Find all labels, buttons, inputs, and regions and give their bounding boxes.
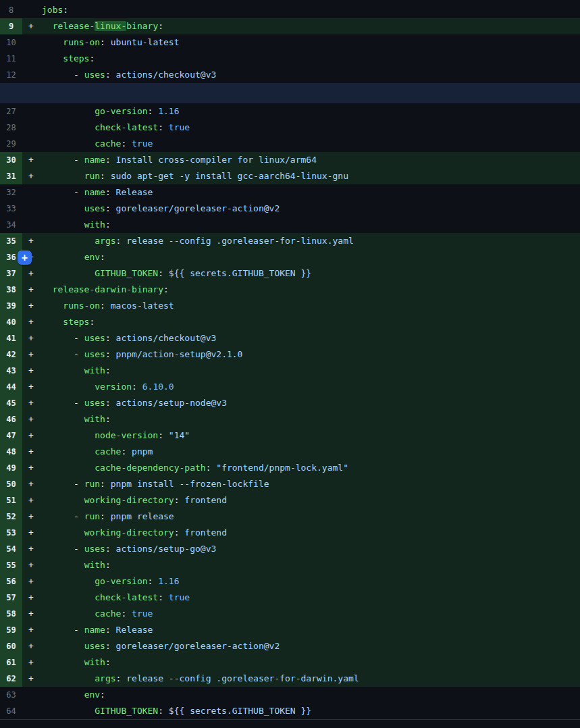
code-line: - run: pnpm install --frozen-lockfile	[42, 476, 269, 492]
line-number[interactable]: 49	[0, 460, 22, 476]
line-number[interactable]: 59	[0, 622, 22, 638]
line-number[interactable]: 41	[0, 330, 22, 346]
line-number[interactable]: 31	[0, 168, 22, 184]
line-number[interactable]: 57	[0, 590, 22, 606]
diff-row: 11 steps:	[0, 51, 580, 67]
line-number[interactable]: 39	[0, 298, 22, 314]
added-line-marker: +	[22, 346, 42, 363]
line-number[interactable]: 10	[0, 34, 22, 51]
add-comment-button[interactable]: +	[18, 251, 32, 265]
code-token: :	[105, 641, 111, 651]
code-token	[42, 171, 84, 181]
added-line-marker: +	[22, 18, 42, 34]
diff-row: 57+ check-latest: true	[0, 590, 580, 606]
line-number[interactable]: 43	[0, 363, 22, 379]
line-number[interactable]: 46	[0, 411, 22, 427]
code-token: node-version	[95, 430, 158, 440]
code-token: :	[174, 527, 180, 538]
code-token: name	[84, 155, 105, 165]
diff-row: 44+ version: 6.10.0	[0, 379, 580, 395]
line-number[interactable]: 48	[0, 444, 22, 460]
code-token: Install cross-compiler for linux/arm64	[111, 155, 317, 165]
line-number[interactable]: 53	[0, 525, 22, 541]
line-number[interactable]: 9	[0, 18, 22, 34]
line-number[interactable]: 42	[0, 346, 22, 363]
line-number[interactable]: 32	[0, 184, 22, 201]
diff-row: 43+ with:	[0, 363, 580, 379]
line-number[interactable]: 37	[0, 265, 22, 282]
added-line-marker: +	[22, 444, 42, 460]
expand-hunk-bar[interactable]	[0, 83, 580, 103]
code-token: :	[158, 592, 163, 602]
code-line: - run: pnpm release	[42, 509, 174, 525]
code-token	[42, 673, 95, 683]
diff-row: 32 - name: Release	[0, 184, 580, 201]
line-number[interactable]: 8	[0, 2, 22, 18]
code-token: :	[89, 317, 95, 327]
line-number[interactable]: 51	[0, 492, 22, 509]
code-token	[42, 21, 53, 31]
diff-row: 49+ cache-dependency-path: "frontend/pnp…	[0, 460, 580, 476]
code-token: :	[105, 70, 111, 80]
line-number[interactable]: 61	[0, 654, 22, 671]
added-line-marker: +	[22, 476, 42, 492]
code-token: :	[89, 53, 95, 63]
code-line: check-latest: true	[42, 590, 190, 606]
line-number[interactable]: 50	[0, 476, 22, 492]
code-token: :	[100, 37, 105, 47]
code-line: check-latest: true	[42, 120, 190, 136]
line-number[interactable]: 55	[0, 557, 22, 573]
diff-row: 64 GITHUB_TOKEN: ${{ secrets.GITHUB_TOKE…	[0, 703, 580, 719]
code-token	[42, 690, 84, 700]
line-number[interactable]: 44	[0, 379, 22, 395]
diff-row: 30+ - name: Install cross-compiler for l…	[0, 152, 580, 168]
line-number[interactable]: 28	[0, 120, 22, 136]
line-number[interactable]: 58	[0, 606, 22, 622]
added-line-marker: +	[22, 265, 42, 282]
code-token: release-darwin-binary	[53, 284, 163, 294]
code-token: pnpm/action-setup@v2.1.0	[111, 349, 243, 359]
code-token: Release	[111, 187, 153, 197]
code-token: frontend	[180, 495, 227, 505]
diff-row: 8jobs:	[0, 2, 580, 18]
code-token: uses	[84, 70, 105, 80]
line-number[interactable]: 45	[0, 395, 22, 411]
code-token: pnpm install --frozen-lockfile	[105, 479, 269, 489]
line-number[interactable]: 27	[0, 103, 22, 120]
line-number[interactable]: 56	[0, 573, 22, 590]
line-number[interactable]: 62	[0, 671, 22, 687]
line-number[interactable]: 52	[0, 509, 22, 525]
context-line-marker	[22, 103, 42, 120]
line-number[interactable]: 54	[0, 541, 22, 557]
line-number[interactable]: 30	[0, 152, 22, 168]
line-number[interactable]: 60	[0, 638, 22, 654]
code-token: -	[42, 398, 84, 408]
line-number[interactable]: 47	[0, 427, 22, 444]
line-number[interactable]: 64	[0, 703, 22, 719]
line-number[interactable]: 11	[0, 51, 22, 67]
line-number[interactable]: 29	[0, 136, 22, 152]
diff-row: 50+ - run: pnpm install --frozen-lockfil…	[0, 476, 580, 492]
context-line-marker	[22, 136, 42, 152]
code-token: -	[42, 625, 84, 635]
line-number[interactable]: 63	[0, 687, 22, 703]
code-token: with	[84, 219, 105, 230]
line-number[interactable]: 12	[0, 67, 22, 83]
code-token: working-directory	[84, 527, 174, 538]
line-number[interactable]: 38	[0, 282, 22, 298]
code-token: with	[84, 414, 105, 424]
code-token: :	[105, 219, 111, 230]
code-token: cache-dependency-path	[95, 463, 205, 473]
line-number[interactable]: 34	[0, 217, 22, 233]
line-number[interactable]: 40	[0, 314, 22, 330]
line-number[interactable]: 33	[0, 201, 22, 217]
code-token: run	[84, 511, 100, 521]
code-line: GITHUB_TOKEN: ${{ secrets.GITHUB_TOKEN }…	[42, 265, 311, 282]
code-token	[42, 317, 63, 327]
code-line: runs-on: macos-latest	[42, 298, 174, 314]
added-line-marker: +	[22, 525, 42, 541]
line-number[interactable]: 35	[0, 233, 22, 249]
code-line: steps:	[42, 314, 95, 330]
code-token: :	[132, 382, 137, 392]
code-line: args: release --config .goreleaser-for-l…	[42, 233, 354, 249]
